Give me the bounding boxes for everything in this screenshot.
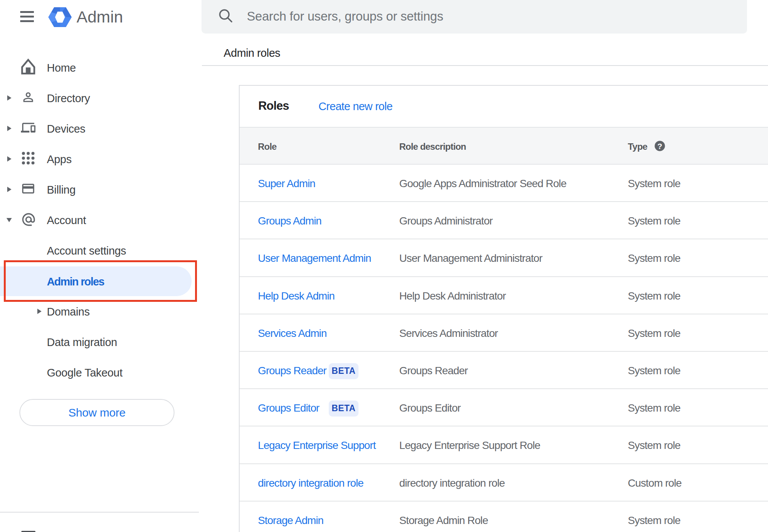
- svg-text:?: ?: [658, 142, 662, 151]
